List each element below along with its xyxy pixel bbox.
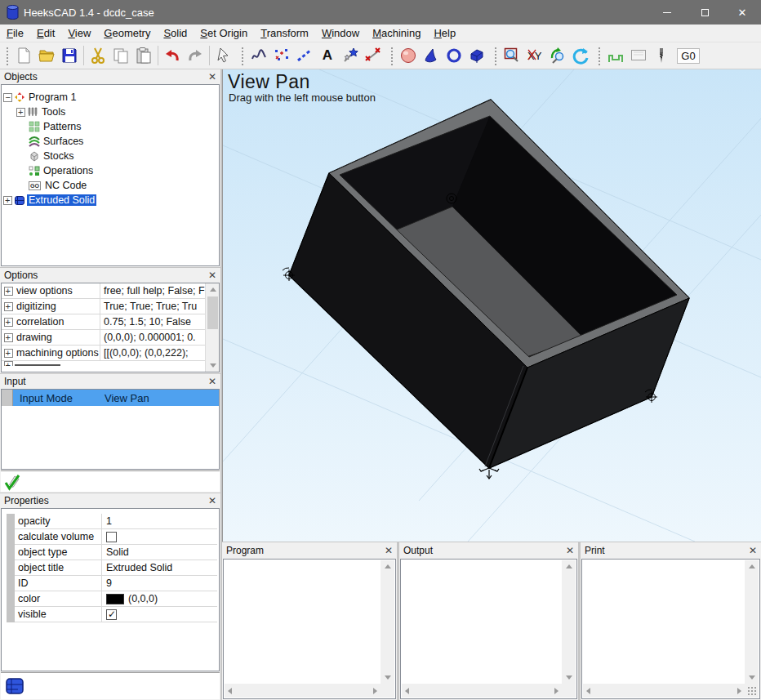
close-icon[interactable]: ✕ xyxy=(749,546,757,555)
torus-button[interactable] xyxy=(443,44,465,67)
menu-view[interactable]: View xyxy=(61,27,97,39)
points-button[interactable] xyxy=(270,44,293,67)
close-icon[interactable]: ✕ xyxy=(208,270,216,280)
toolbar-grip[interactable] xyxy=(493,46,497,65)
property-value[interactable]: Extruded Solid xyxy=(101,560,217,575)
text-button[interactable]: A xyxy=(316,44,339,67)
zoom-extents-button[interactable] xyxy=(546,44,569,67)
tree-item-label[interactable]: Program 1 xyxy=(27,91,78,103)
select-mode-button[interactable] xyxy=(212,44,235,67)
menu-solid[interactable]: Solid xyxy=(157,27,194,39)
input-mode-row[interactable]: Input Mode View Pan xyxy=(2,390,219,406)
open-file-button[interactable] xyxy=(35,44,58,67)
tree-item-label-selected[interactable]: Extruded Solid xyxy=(27,194,96,206)
option-value[interactable]: (0,0,0); 0.000001; 0. xyxy=(100,330,205,345)
menu-help[interactable]: Help xyxy=(427,27,462,39)
option-row-clipped[interactable] xyxy=(2,361,205,366)
program-text-area[interactable] xyxy=(223,559,396,699)
scroll-down-icon[interactable] xyxy=(745,671,759,684)
expand-icon[interactable] xyxy=(4,287,13,296)
tree-item-label[interactable]: Surfaces xyxy=(42,136,85,147)
drill-operation-button[interactable] xyxy=(650,44,673,67)
scroll-down-icon[interactable] xyxy=(562,671,576,684)
dimension-button[interactable] xyxy=(339,44,362,67)
option-row-drawing[interactable]: drawing (0,0,0); 0.000001; 0. xyxy=(2,330,205,346)
tree-item-label[interactable]: Patterns xyxy=(42,121,83,132)
vertical-scrollbar[interactable] xyxy=(562,560,576,684)
option-row-view-options[interactable]: view options free; full help; False; F xyxy=(2,283,205,299)
resize-grip[interactable] xyxy=(747,686,757,696)
option-row-correlation[interactable]: correlation 0.75; 1.5; 10; False xyxy=(2,314,205,330)
expand-icon[interactable] xyxy=(4,349,13,358)
new-file-button[interactable] xyxy=(12,44,35,67)
close-icon[interactable]: ✕ xyxy=(208,377,216,386)
close-icon[interactable]: ✕ xyxy=(208,496,216,506)
option-value[interactable]: [[(0,0,0); (0,0,222); xyxy=(100,346,205,360)
toolbar-grip[interactable] xyxy=(5,46,9,65)
accept-check-icon[interactable] xyxy=(3,472,23,492)
tree-item-extruded-solid[interactable]: Extruded Solid xyxy=(2,193,219,207)
property-row-id[interactable]: ID 9 xyxy=(15,576,217,591)
option-value[interactable]: 0.75; 1.5; 10; False xyxy=(100,314,205,329)
menu-geometry[interactable]: Geometry xyxy=(97,27,157,39)
sketch-button[interactable] xyxy=(247,44,270,67)
horizontal-scrollbar[interactable] xyxy=(402,684,562,698)
redo-button[interactable] xyxy=(184,44,207,67)
toolbar-grip[interactable] xyxy=(597,46,601,65)
tree-item-program[interactable]: Program 1 xyxy=(2,90,219,105)
toolbar-grip[interactable] xyxy=(240,46,244,65)
option-row-machining-options[interactable]: machining options [[(0,0,0); (0,0,222); xyxy=(2,346,205,361)
property-row-object-type[interactable]: object type Solid xyxy=(15,545,217,560)
redraw-button[interactable] xyxy=(569,44,592,67)
scrollbar-thumb[interactable] xyxy=(207,296,218,329)
viewport-canvas[interactable] xyxy=(223,69,761,542)
property-row-object-title[interactable]: object title Extruded Solid xyxy=(15,560,217,576)
tree-item-tools[interactable]: Tools xyxy=(2,105,219,119)
checkbox-checked[interactable] xyxy=(106,609,117,620)
tree-item-stocks[interactable]: Stocks xyxy=(2,149,219,163)
color-swatch[interactable] xyxy=(106,594,124,604)
horizontal-scrollbar[interactable] xyxy=(225,684,380,698)
tree-item-patterns[interactable]: Patterns xyxy=(2,119,219,134)
property-row-calculate-volume[interactable]: calculate volume xyxy=(15,529,217,545)
toolbar-grip[interactable] xyxy=(389,46,394,65)
close-icon[interactable]: ✕ xyxy=(566,546,574,555)
close-icon[interactable]: ✕ xyxy=(385,546,393,555)
scroll-down-icon[interactable] xyxy=(380,671,394,684)
menu-transform[interactable]: Transform xyxy=(254,27,315,39)
close-icon[interactable]: ✕ xyxy=(208,72,216,82)
expand-icon[interactable] xyxy=(4,333,13,342)
vertical-scrollbar[interactable] xyxy=(380,560,394,684)
xy-plane-button[interactable]: XY xyxy=(523,44,546,67)
tree-item-surfaces[interactable]: Surfaces xyxy=(2,134,219,149)
maximize-button[interactable] xyxy=(686,0,723,25)
vertical-scrollbar[interactable] xyxy=(745,560,759,684)
delete-line-button[interactable] xyxy=(362,44,385,67)
tree-item-label[interactable]: NC Code xyxy=(43,180,88,191)
zoom-window-button[interactable] xyxy=(501,44,523,67)
menu-edit[interactable]: Edit xyxy=(30,27,61,39)
property-row-visible[interactable]: visible xyxy=(15,607,217,622)
menu-machining[interactable]: Machining xyxy=(366,27,427,39)
property-value[interactable]: Solid xyxy=(101,545,217,560)
extrude-button[interactable] xyxy=(465,44,488,67)
tree-item-operations[interactable]: Operations xyxy=(2,163,219,178)
horizontal-scrollbar[interactable] xyxy=(583,684,745,698)
scroll-up-icon[interactable] xyxy=(380,560,394,573)
save-button[interactable] xyxy=(58,44,81,67)
option-value[interactable]: True; True; True; Tru xyxy=(100,299,205,314)
option-row-digitizing[interactable]: digitizing True; True; True; Tru xyxy=(2,299,205,314)
expand-icon[interactable] xyxy=(3,196,12,205)
property-value[interactable]: 9 xyxy=(101,576,217,591)
menu-window[interactable]: Window xyxy=(315,27,366,39)
property-row-color[interactable]: color (0,0,0) xyxy=(15,591,217,607)
tree-item-label[interactable]: Operations xyxy=(42,165,95,176)
scroll-up-icon[interactable] xyxy=(745,560,759,573)
dashed-line-button[interactable] xyxy=(293,44,316,67)
copy-button[interactable] xyxy=(109,44,132,67)
expand-icon[interactable] xyxy=(4,361,13,366)
expand-icon[interactable] xyxy=(16,108,25,117)
minimize-button[interactable] xyxy=(648,0,686,25)
solid-cube-icon[interactable] xyxy=(5,676,24,696)
options-scrollbar[interactable] xyxy=(205,283,219,372)
